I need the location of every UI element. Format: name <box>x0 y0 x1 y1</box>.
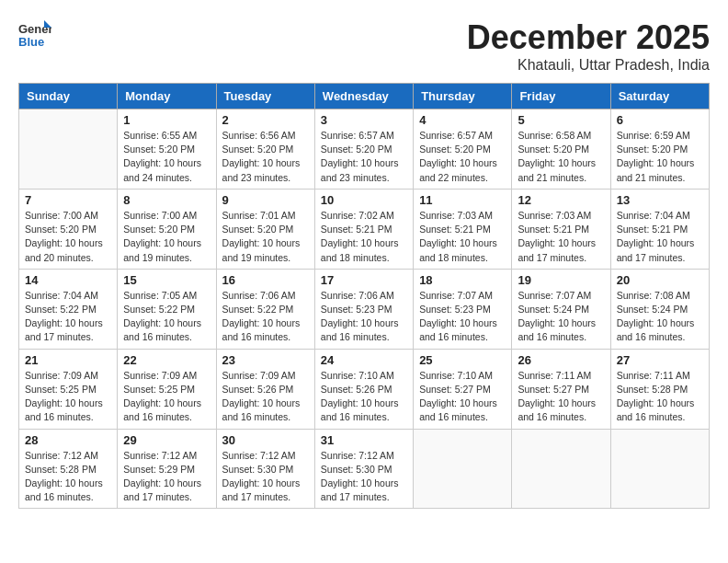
day-info: Sunrise: 7:02 AMSunset: 5:21 PMDaylight:… <box>321 209 407 265</box>
day-cell: 21Sunrise: 7:09 AMSunset: 5:25 PMDayligh… <box>19 349 118 429</box>
day-cell: 25Sunrise: 7:10 AMSunset: 5:27 PMDayligh… <box>414 349 512 429</box>
day-info: Sunrise: 6:58 AMSunset: 5:20 PMDaylight:… <box>518 129 604 185</box>
week-row-5: 28Sunrise: 7:12 AMSunset: 5:28 PMDayligh… <box>19 429 710 509</box>
header: General Blue December 2025 Khatauli, Utt… <box>18 18 710 74</box>
day-cell: 4Sunrise: 6:57 AMSunset: 5:20 PMDaylight… <box>414 109 512 190</box>
day-info: Sunrise: 7:01 AMSunset: 5:20 PMDaylight:… <box>222 209 309 265</box>
day-cell: 15Sunrise: 7:05 AMSunset: 5:22 PMDayligh… <box>118 269 216 349</box>
day-cell: 31Sunrise: 7:12 AMSunset: 5:30 PMDayligh… <box>314 429 413 509</box>
day-cell <box>512 429 610 509</box>
day-cell: 23Sunrise: 7:09 AMSunset: 5:26 PMDayligh… <box>216 349 314 429</box>
day-cell: 30Sunrise: 7:12 AMSunset: 5:30 PMDayligh… <box>216 429 314 509</box>
day-cell: 18Sunrise: 7:07 AMSunset: 5:23 PMDayligh… <box>414 269 512 349</box>
day-number: 19 <box>518 273 604 287</box>
title-area: December 2025 Khatauli, Uttar Pradesh, I… <box>467 18 710 74</box>
day-info: Sunrise: 7:12 AMSunset: 5:28 PMDaylight:… <box>25 449 111 505</box>
day-info: Sunrise: 7:00 AMSunset: 5:20 PMDaylight:… <box>123 209 210 265</box>
day-info: Sunrise: 7:06 AMSunset: 5:23 PMDaylight:… <box>321 289 407 345</box>
calendar-table: SundayMondayTuesdayWednesdayThursdayFrid… <box>18 83 710 509</box>
day-cell: 8Sunrise: 7:00 AMSunset: 5:20 PMDaylight… <box>118 189 216 269</box>
day-number: 5 <box>518 113 604 127</box>
day-cell: 3Sunrise: 6:57 AMSunset: 5:20 PMDaylight… <box>314 109 413 190</box>
day-number: 2 <box>222 113 309 127</box>
logo-icon: General Blue <box>18 18 51 52</box>
day-number: 7 <box>25 193 111 207</box>
day-info: Sunrise: 7:04 AMSunset: 5:21 PMDaylight:… <box>617 209 703 265</box>
week-row-1: 1Sunrise: 6:55 AMSunset: 5:20 PMDaylight… <box>19 109 710 190</box>
weekday-header-friday: Friday <box>512 84 610 109</box>
day-info: Sunrise: 7:06 AMSunset: 5:22 PMDaylight:… <box>222 289 309 345</box>
day-cell: 17Sunrise: 7:06 AMSunset: 5:23 PMDayligh… <box>314 269 413 349</box>
day-cell: 6Sunrise: 6:59 AMSunset: 5:20 PMDaylight… <box>610 109 709 190</box>
month-title: December 2025 <box>467 18 710 57</box>
day-number: 3 <box>321 113 407 127</box>
day-info: Sunrise: 7:00 AMSunset: 5:20 PMDaylight:… <box>25 209 111 265</box>
day-cell: 5Sunrise: 6:58 AMSunset: 5:20 PMDaylight… <box>512 109 610 190</box>
day-info: Sunrise: 6:55 AMSunset: 5:20 PMDaylight:… <box>123 129 210 185</box>
day-cell: 27Sunrise: 7:11 AMSunset: 5:28 PMDayligh… <box>610 349 709 429</box>
day-number: 23 <box>222 353 309 367</box>
day-number: 6 <box>617 113 703 127</box>
day-cell: 1Sunrise: 6:55 AMSunset: 5:20 PMDaylight… <box>118 109 216 190</box>
day-number: 9 <box>222 193 309 207</box>
weekday-header-wednesday: Wednesday <box>314 84 413 109</box>
day-info: Sunrise: 6:59 AMSunset: 5:20 PMDaylight:… <box>617 129 703 185</box>
day-info: Sunrise: 7:07 AMSunset: 5:24 PMDaylight:… <box>518 289 604 345</box>
logo: General Blue <box>18 18 55 52</box>
day-number: 1 <box>123 113 210 127</box>
day-info: Sunrise: 7:03 AMSunset: 5:21 PMDaylight:… <box>518 209 604 265</box>
day-info: Sunrise: 6:56 AMSunset: 5:20 PMDaylight:… <box>222 129 309 185</box>
day-cell: 9Sunrise: 7:01 AMSunset: 5:20 PMDaylight… <box>216 189 314 269</box>
day-info: Sunrise: 7:09 AMSunset: 5:26 PMDaylight:… <box>222 369 309 425</box>
day-cell: 16Sunrise: 7:06 AMSunset: 5:22 PMDayligh… <box>216 269 314 349</box>
day-cell: 7Sunrise: 7:00 AMSunset: 5:20 PMDaylight… <box>19 189 118 269</box>
day-number: 10 <box>321 193 407 207</box>
day-number: 8 <box>123 193 210 207</box>
day-number: 16 <box>222 273 309 287</box>
day-number: 26 <box>518 353 604 367</box>
day-cell: 14Sunrise: 7:04 AMSunset: 5:22 PMDayligh… <box>19 269 118 349</box>
day-info: Sunrise: 7:03 AMSunset: 5:21 PMDaylight:… <box>419 209 506 265</box>
day-cell: 29Sunrise: 7:12 AMSunset: 5:29 PMDayligh… <box>118 429 216 509</box>
day-info: Sunrise: 7:08 AMSunset: 5:24 PMDaylight:… <box>617 289 703 345</box>
day-info: Sunrise: 6:57 AMSunset: 5:20 PMDaylight:… <box>419 129 506 185</box>
location-subtitle: Khatauli, Uttar Pradesh, India <box>467 57 710 74</box>
day-info: Sunrise: 7:11 AMSunset: 5:27 PMDaylight:… <box>518 369 604 425</box>
svg-text:Blue: Blue <box>18 35 44 49</box>
day-number: 21 <box>25 353 111 367</box>
day-number: 31 <box>321 433 407 447</box>
day-cell: 28Sunrise: 7:12 AMSunset: 5:28 PMDayligh… <box>19 429 118 509</box>
week-row-3: 14Sunrise: 7:04 AMSunset: 5:22 PMDayligh… <box>19 269 710 349</box>
day-info: Sunrise: 7:12 AMSunset: 5:30 PMDaylight:… <box>321 449 407 505</box>
day-cell <box>19 109 118 190</box>
day-number: 18 <box>419 273 506 287</box>
day-cell: 20Sunrise: 7:08 AMSunset: 5:24 PMDayligh… <box>610 269 709 349</box>
weekday-header-sunday: Sunday <box>19 84 118 109</box>
day-number: 11 <box>419 193 506 207</box>
day-number: 28 <box>25 433 111 447</box>
day-info: Sunrise: 7:09 AMSunset: 5:25 PMDaylight:… <box>25 369 111 425</box>
day-info: Sunrise: 7:09 AMSunset: 5:25 PMDaylight:… <box>123 369 210 425</box>
day-info: Sunrise: 7:05 AMSunset: 5:22 PMDaylight:… <box>123 289 210 345</box>
day-cell <box>414 429 512 509</box>
weekday-header-thursday: Thursday <box>414 84 512 109</box>
weekday-header-monday: Monday <box>118 84 216 109</box>
day-number: 29 <box>123 433 210 447</box>
day-number: 27 <box>617 353 703 367</box>
day-number: 4 <box>419 113 506 127</box>
day-cell: 26Sunrise: 7:11 AMSunset: 5:27 PMDayligh… <box>512 349 610 429</box>
day-number: 14 <box>25 273 111 287</box>
day-info: Sunrise: 7:12 AMSunset: 5:30 PMDaylight:… <box>222 449 309 505</box>
day-info: Sunrise: 7:12 AMSunset: 5:29 PMDaylight:… <box>123 449 210 505</box>
day-number: 30 <box>222 433 309 447</box>
day-number: 22 <box>123 353 210 367</box>
day-info: Sunrise: 7:10 AMSunset: 5:26 PMDaylight:… <box>321 369 407 425</box>
day-number: 25 <box>419 353 506 367</box>
weekday-header-row: SundayMondayTuesdayWednesdayThursdayFrid… <box>19 84 710 109</box>
day-number: 24 <box>321 353 407 367</box>
day-cell <box>610 429 709 509</box>
day-cell: 19Sunrise: 7:07 AMSunset: 5:24 PMDayligh… <box>512 269 610 349</box>
day-info: Sunrise: 7:10 AMSunset: 5:27 PMDaylight:… <box>419 369 506 425</box>
day-number: 17 <box>321 273 407 287</box>
day-cell: 22Sunrise: 7:09 AMSunset: 5:25 PMDayligh… <box>118 349 216 429</box>
